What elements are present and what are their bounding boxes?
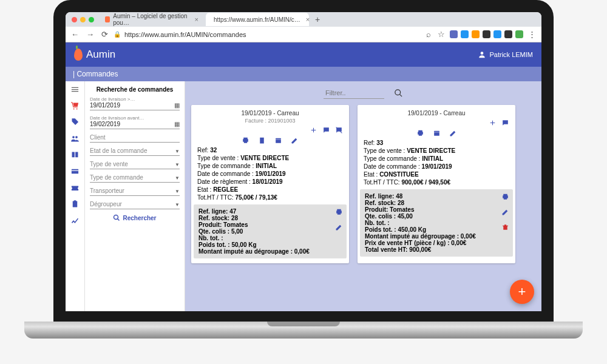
window-controls[interactable]	[68, 17, 98, 22]
carrot-icon	[74, 49, 83, 61]
search-button[interactable]: Rechercher	[90, 214, 180, 221]
card-header: 19/01/2019 - Carreau	[197, 110, 343, 116]
forward-button[interactable]: →	[84, 30, 96, 39]
svg-point-9	[114, 215, 118, 220]
new-tab-button[interactable]: +	[311, 15, 324, 24]
edit-line-button[interactable]	[335, 223, 343, 232]
delete-line-button[interactable]	[501, 223, 509, 232]
key-icon[interactable]: ⌕	[424, 30, 433, 39]
date-from-field[interactable]: Date de livraison >…19/01/2019▦	[90, 96, 180, 110]
comment-off-icon[interactable]	[335, 126, 343, 134]
chart-icon[interactable]	[70, 216, 80, 225]
lock-icon: 🔒	[114, 31, 121, 38]
print-line-button[interactable]	[501, 193, 509, 202]
calendar-icon[interactable]: ▦	[174, 102, 180, 109]
chevron-down-icon: ▼	[175, 189, 180, 194]
ext-icon[interactable]	[483, 30, 490, 38]
ext-icon[interactable]	[461, 30, 469, 38]
svg-rect-15	[434, 131, 439, 136]
brand-name: Aumin	[86, 49, 115, 61]
type-vente-field[interactable]: Type de vente▼	[90, 161, 180, 169]
order-line: Ref. ligne: 47 Ref. stock: 28 Produit: T…	[194, 204, 347, 258]
svg-point-1	[73, 109, 75, 110]
calendar-icon[interactable]: ▦	[174, 121, 180, 127]
reload-button[interactable]: ⟳	[100, 30, 110, 39]
svg-rect-14	[276, 138, 281, 143]
comment-icon[interactable]	[501, 119, 509, 127]
back-button[interactable]: ←	[69, 30, 81, 39]
account-icon	[478, 50, 486, 59]
card-header: 19/01/2019 - Carreau	[364, 110, 509, 116]
ext-icon[interactable]	[472, 30, 480, 38]
plus-icon[interactable]	[489, 119, 497, 127]
page-title: | Commandes	[66, 67, 541, 81]
print-line-button[interactable]	[335, 208, 343, 217]
browser-tab-1[interactable]: Aumin – Logiciel de gestion pou…×	[100, 13, 203, 26]
ext-icon[interactable]	[493, 30, 501, 38]
address-bar[interactable]: https://www.aumin.fr/AUMIN/commandes	[124, 31, 421, 38]
order-card: 19/01/2019 - Carreau Ref: 33 Type de ven…	[358, 105, 515, 263]
people-icon[interactable]	[70, 134, 80, 143]
edit-line-button[interactable]	[501, 208, 509, 217]
card-icon[interactable]	[70, 167, 80, 176]
print-icon[interactable]	[416, 129, 424, 137]
search-icon[interactable]	[394, 89, 403, 98]
svg-point-0	[481, 52, 484, 55]
search-panel: Recherche de commandes Date de livraison…	[85, 81, 185, 311]
cart-icon[interactable]	[70, 101, 80, 110]
ext-icon[interactable]	[515, 30, 523, 38]
clipboard-icon[interactable]	[70, 200, 80, 209]
user-name: Patrick LEMIM	[489, 51, 533, 58]
search-icon	[113, 214, 120, 221]
svg-rect-6	[72, 170, 78, 171]
svg-point-3	[72, 136, 75, 138]
ext-icon[interactable]	[450, 30, 458, 38]
search-title: Recherche de commandes	[90, 86, 180, 93]
svg-point-4	[75, 136, 78, 138]
filter-input[interactable]	[324, 87, 384, 99]
calendar-icon[interactable]	[274, 136, 282, 144]
svg-line-10	[118, 219, 120, 221]
etat-field[interactable]: Etat de la commande▼	[90, 147, 180, 156]
menu-icon[interactable]: ⋮	[526, 30, 538, 39]
chevron-down-icon: ▼	[175, 175, 180, 181]
order-card: 19/01/2019 - Carreau Facture : 201901003…	[191, 105, 349, 263]
extensions: ⌕ ☆ ⋮	[424, 30, 538, 39]
book-icon[interactable]	[258, 136, 266, 144]
browser-tab-2[interactable]: https://www.aumin.fr/AUMIN/c…×	[206, 13, 309, 26]
print-icon[interactable]	[242, 136, 249, 144]
plus-icon[interactable]	[310, 126, 317, 134]
calendar-icon[interactable]	[433, 129, 441, 137]
date-to-field[interactable]: Date de livraison avant…19/02/2019▦	[90, 115, 180, 129]
tag-icon[interactable]	[70, 118, 80, 127]
close-icon[interactable]: ×	[306, 16, 310, 23]
chevron-down-icon: ▼	[175, 202, 180, 207]
comment-icon[interactable]	[322, 126, 330, 134]
order-info: Ref: 33 Type de vente : VENTE DIRECTE Ty…	[364, 140, 509, 186]
svg-rect-7	[73, 201, 78, 207]
order-line: Ref. ligne: 48 Ref. stock: 28 Produit: T…	[360, 189, 513, 257]
degroupeur-field[interactable]: Dégroupeur▼	[90, 201, 180, 209]
tab-title: Aumin – Logiciel de gestion pou…	[113, 13, 189, 26]
user-menu[interactable]: Patrick LEMIM	[478, 50, 533, 59]
edit-icon[interactable]	[449, 129, 457, 137]
ticket-icon[interactable]	[70, 183, 80, 192]
menu-icon[interactable]	[70, 85, 80, 94]
edit-icon[interactable]	[291, 136, 299, 144]
type-cmd-field[interactable]: Type de commande▼	[90, 174, 180, 183]
chevron-down-icon: ▼	[175, 149, 180, 154]
svg-point-11	[395, 90, 401, 95]
tab-title: https://www.aumin.fr/AUMIN/c…	[214, 16, 300, 23]
svg-point-2	[76, 109, 78, 110]
ext-icon[interactable]	[504, 30, 512, 38]
transporteur-field[interactable]: Transporteur▼	[90, 187, 180, 196]
star-icon[interactable]: ☆	[436, 30, 447, 39]
close-icon[interactable]: ×	[195, 16, 198, 23]
fab-add-button[interactable]: +	[510, 280, 534, 304]
client-field[interactable]: Client	[90, 134, 180, 143]
book-icon[interactable]	[70, 150, 80, 160]
nav-rail	[66, 81, 85, 311]
brand[interactable]: Aumin	[74, 49, 115, 61]
card-sub: Facture : 201901003	[197, 118, 343, 124]
chevron-down-icon: ▼	[175, 162, 180, 167]
